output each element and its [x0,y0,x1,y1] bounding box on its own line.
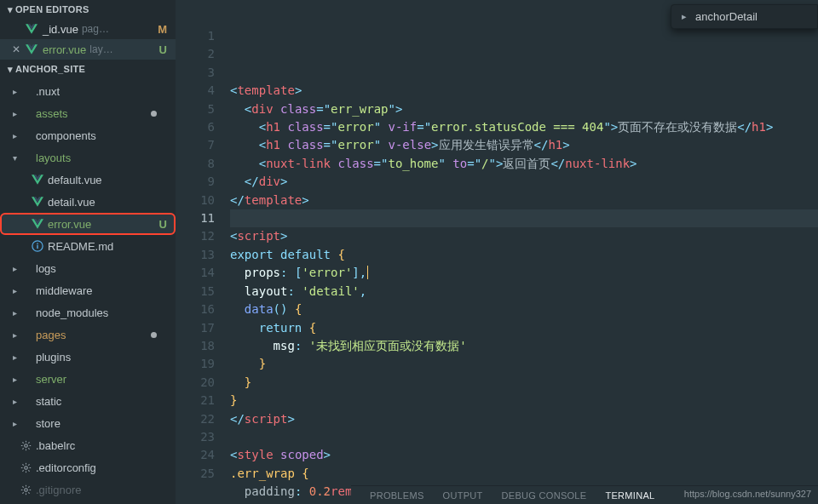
chevron-down-icon: ▾ [5,4,15,15]
project-header[interactable]: ▾ ANCHOR_SITE [0,60,176,78]
chevron-icon: ▸ [10,109,19,118]
tree-item-label: components [36,129,96,142]
svg-line-17 [22,464,23,465]
tree-item-label: plugins [36,351,71,364]
svg-rect-2 [37,243,37,244]
svg-point-21 [24,488,27,491]
breadcrumb-label: anchorDetail [695,10,758,23]
file-item[interactable]: README.md [0,235,176,257]
tree-item-label: server [36,373,66,386]
svg-point-12 [24,466,27,469]
folder-item[interactable]: ▸components [0,124,176,146]
gear-icon [19,484,32,495]
tree-item-label: static [36,395,61,408]
file-item[interactable]: detail.vue [0,191,176,213]
svg-line-27 [28,492,29,493]
tree-item-label: error.vue [48,218,91,231]
tree-item-label: README.md [48,240,113,253]
tree-item-label: pages [36,329,66,341]
vue-icon [31,175,44,185]
tree-item-label: assets [36,107,68,120]
tree-item-label: .gitignore [36,484,81,496]
watermark: https://blog.csdn.net/sunny327 [684,489,811,499]
tree-item-label: logs [36,262,56,275]
folder-item[interactable]: ▸.nuxt [0,80,176,102]
dirty-dot-icon [151,111,157,117]
folder-item[interactable]: ▸node_modules [0,301,176,324]
editor-filepath: pag… [82,23,109,35]
editor-filename: _id.vue [43,23,78,36]
untracked-badge: U [159,43,167,56]
folder-item[interactable]: ▸store [0,412,176,434]
open-editor-item[interactable]: _id.vue pag… M [0,19,176,39]
folder-item[interactable]: ▸logs [0,257,176,279]
svg-line-26 [22,486,23,487]
tab-output[interactable]: OUTPUT [443,490,483,501]
file-item[interactable]: error.vueU [0,213,176,235]
svg-rect-1 [37,245,37,249]
vue-icon [31,197,44,207]
folder-item[interactable]: ▾layouts [0,146,176,169]
folder-item[interactable]: ▸server [0,368,176,390]
chevron-icon: ▸ [10,264,19,273]
project-title: ANCHOR_SITE [15,64,85,74]
tree-item-label: store [36,417,60,430]
gear-icon [19,440,32,451]
close-icon[interactable]: ✕ [12,43,26,55]
chevron-icon: ▸ [10,330,19,340]
breadcrumb[interactable]: ▸ anchorDetail [671,4,818,29]
editor-pane: ▸ anchorDetail 1234567891011121314151617… [176,0,818,504]
open-editor-item[interactable]: ✕ error.vue lay… U [0,39,176,60]
open-editors-header[interactable]: ▾ OPEN EDITORS [0,0,176,19]
tree-item-label: .babelrc [36,439,75,452]
folder-item[interactable]: ▸middleware [0,279,176,301]
chevron-icon: ▸ [10,352,19,362]
chevron-icon: ▸ [10,131,19,140]
file-item[interactable]: default.vue [0,169,176,191]
gear-icon [19,462,32,473]
info-icon [31,240,44,252]
tab-problems[interactable]: PROBLEMS [370,490,424,501]
tree-item-label: default.vue [48,174,102,186]
svg-line-19 [22,470,23,471]
file-item[interactable]: .editorconfig [0,456,176,478]
tab-debug-console[interactable]: DEBUG CONSOLE [502,490,587,501]
editor-filepath: lay… [89,43,112,55]
tree-item-label: node_modules [36,306,108,319]
svg-line-9 [28,448,29,449]
tree-item-label: .editorconfig [36,461,96,474]
svg-line-10 [22,448,23,449]
file-item[interactable]: .babelrc [0,434,176,456]
vue-icon [26,24,37,34]
open-editors-title: OPEN EDITORS [15,4,89,14]
vue-icon [26,44,37,54]
folder-item[interactable]: ▸assets [0,102,176,124]
modified-badge: M [158,23,167,36]
svg-line-29 [28,486,29,487]
chevron-icon: ▸ [10,308,19,318]
tab-terminal[interactable]: TERMINAL [605,490,654,501]
tree-item-label: layouts [36,152,71,164]
chevron-icon: ▸ [10,375,19,384]
vue-icon [31,219,44,229]
chevron-right-icon: ▸ [682,11,687,22]
file-tree: ▸.nuxt▸assets▸components▾layoutsdefault.… [0,78,176,501]
folder-item[interactable]: ▸pages [0,324,176,346]
code-area[interactable]: 1234567891011121314151617181920212223242… [176,27,818,485]
svg-line-11 [28,442,29,443]
dirty-dot-icon [151,332,157,338]
file-item[interactable]: .gitignore [0,478,176,501]
chevron-icon: ▾ [10,153,19,163]
tree-item-label: .nuxt [36,85,60,98]
code-content[interactable]: <template> <div class="err_wrap"> <h1 cl… [230,27,818,485]
chevron-icon: ▸ [10,397,19,406]
chevron-icon: ▸ [10,419,19,428]
chevron-icon: ▸ [10,87,19,96]
svg-line-20 [28,464,29,465]
sidebar: ▾ OPEN EDITORS _id.vue pag… M ✕ error.vu… [0,0,176,504]
folder-item[interactable]: ▸static [0,390,176,412]
chevron-icon: ▸ [10,286,19,295]
svg-line-18 [28,470,29,471]
svg-line-8 [22,442,23,443]
folder-item[interactable]: ▸plugins [0,346,176,368]
